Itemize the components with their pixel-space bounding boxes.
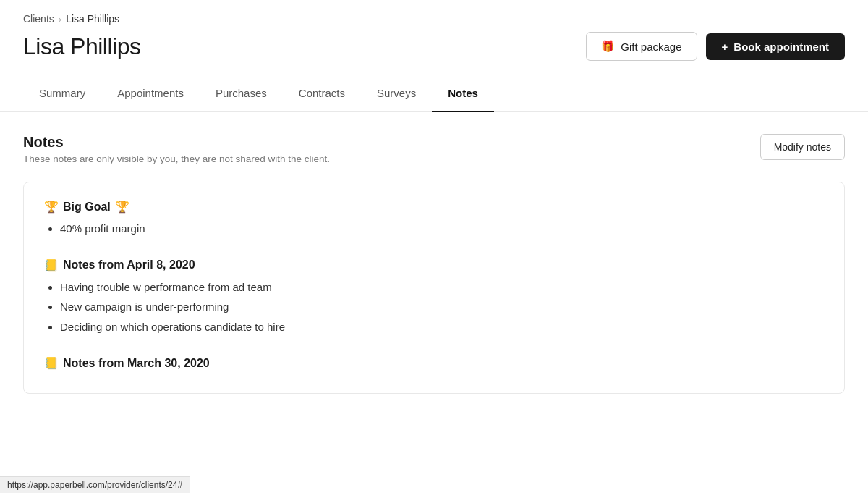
book-appointment-button[interactable]: + Book appointment <box>706 33 845 60</box>
note-list-big-goal: 40% profit margin <box>44 219 824 238</box>
page-header: Lisa Phillips 🎁 Gift package + Book appo… <box>23 32 845 75</box>
note-icon-before-march-2020: 📒 <box>44 356 59 370</box>
book-button-label: Book appointment <box>733 41 829 53</box>
note-heading-march-2020: 📒Notes from March 30, 2020 <box>44 356 824 370</box>
note-section-april-2020: 📒Notes from April 8, 2020Having trouble … <box>44 258 824 337</box>
tab-summary[interactable]: Summary <box>23 75 101 112</box>
notes-card: 🏆Big Goal🏆40% profit margin📒Notes from A… <box>23 182 845 394</box>
page-title: Lisa Phillips <box>23 33 140 60</box>
note-icon-after-big-goal: 🏆 <box>115 200 129 214</box>
note-section-big-goal: 🏆Big Goal🏆40% profit margin <box>44 200 824 238</box>
note-heading-big-goal: 🏆Big Goal🏆 <box>44 200 824 214</box>
breadcrumb-separator: › <box>59 14 61 25</box>
breadcrumb-parent-link[interactable]: Clients <box>23 13 54 25</box>
list-item: Deciding on which operations candidate t… <box>60 318 824 337</box>
plus-icon: + <box>722 41 728 53</box>
modify-notes-button[interactable]: Modify notes <box>760 134 845 160</box>
tab-appointments[interactable]: Appointments <box>101 75 200 112</box>
notes-title-block: Notes These notes are only visible by yo… <box>23 134 330 164</box>
note-section-march-2020: 📒Notes from March 30, 2020 <box>44 356 824 370</box>
header-actions: 🎁 Gift package + Book appointment <box>586 32 845 61</box>
list-item: New campaign is under-performing <box>60 298 824 316</box>
breadcrumb: Clients › Lisa Phillips <box>23 13 845 25</box>
list-item: 40% profit margin <box>60 219 824 238</box>
note-icon-before-april-2020: 📒 <box>44 258 59 272</box>
gift-icon: 🎁 <box>601 40 615 53</box>
note-heading-text-march-2020: Notes from March 30, 2020 <box>63 357 210 370</box>
gift-package-button[interactable]: 🎁 Gift package <box>586 32 697 61</box>
note-list-april-2020: Having trouble w performance from ad tea… <box>44 278 824 337</box>
breadcrumb-current: Lisa Phillips <box>66 13 119 25</box>
tab-surveys[interactable]: Surveys <box>361 75 432 112</box>
notes-section-title: Notes <box>23 134 330 151</box>
note-heading-april-2020: 📒Notes from April 8, 2020 <box>44 258 824 272</box>
list-item: Having trouble w performance from ad tea… <box>60 278 824 297</box>
notes-header: Notes These notes are only visible by yo… <box>23 134 845 164</box>
notes-section-subtitle: These notes are only visible by you, the… <box>23 153 330 164</box>
tab-purchases[interactable]: Purchases <box>200 75 283 112</box>
gift-button-label: Gift package <box>621 41 681 53</box>
note-heading-text-april-2020: Notes from April 8, 2020 <box>63 258 195 271</box>
note-heading-text-big-goal: Big Goal <box>63 201 111 214</box>
tab-contracts[interactable]: Contracts <box>283 75 361 112</box>
main-content: Notes These notes are only visible by yo… <box>0 112 868 416</box>
tab-notes[interactable]: Notes <box>432 75 494 112</box>
tabs-navigation: SummaryAppointmentsPurchasesContractsSur… <box>0 75 868 112</box>
note-icon-before-big-goal: 🏆 <box>44 200 59 214</box>
